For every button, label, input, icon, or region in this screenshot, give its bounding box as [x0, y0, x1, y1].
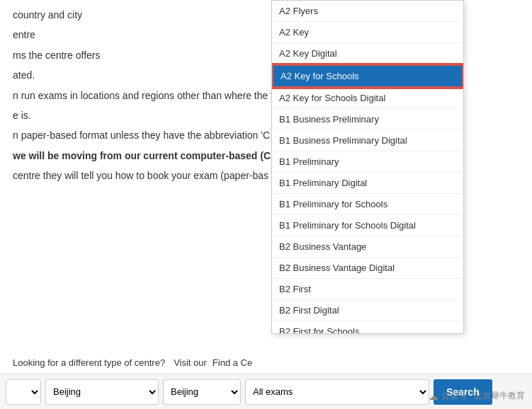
- bg-line8-prefix: centre they will tell you how to book yo…: [13, 170, 268, 181]
- dropdown-item[interactable]: A2 Key Digital: [272, 43, 463, 64]
- exam-dropdown[interactable]: A2 FlyersA2 KeyA2 Key DigitalA2 Key for …: [271, 0, 464, 334]
- bg-line5-prefix: n run exams in locations and regions oth…: [13, 90, 268, 101]
- country-select[interactable]: [6, 379, 41, 405]
- exam-dropdown-list[interactable]: A2 FlyersA2 KeyA2 Key DigitalA2 Key for …: [272, 1, 463, 333]
- bg-line7-bold: we will be moving from our current compu…: [13, 150, 271, 161]
- dropdown-item[interactable]: A2 Flyers: [272, 1, 463, 22]
- find-centre-text: Looking for a different type of centre?: [13, 357, 165, 368]
- page-wrapper: country and city entre ms the centre off…: [0, 0, 532, 409]
- city2-select[interactable]: Beijing: [163, 379, 241, 405]
- find-centre-prefix: Visit our: [174, 357, 207, 368]
- dropdown-item[interactable]: B1 Preliminary for Schools: [272, 194, 463, 215]
- dropdown-item[interactable]: A2 Key: [272, 22, 463, 43]
- wechat-icon: ☁: [429, 391, 438, 402]
- dropdown-item[interactable]: B2 Business Vantage Digital: [272, 258, 463, 279]
- dropdown-item[interactable]: A2 Key for Schools Digital: [272, 88, 463, 109]
- dropdown-item[interactable]: A2 Key for Schools: [272, 64, 463, 88]
- city1-select[interactable]: Beijing: [45, 379, 159, 405]
- dropdown-item[interactable]: B1 Preliminary: [272, 151, 463, 173]
- exams-select[interactable]: All exams A2 Flyers A2 Key A2 Key for Sc…: [245, 379, 429, 405]
- bottom-bar: Looking for a different type of centre? …: [0, 352, 532, 374]
- dropdown-item[interactable]: B1 Business Preliminary Digital: [272, 130, 463, 151]
- dropdown-item[interactable]: B1 Preliminary for Schools Digital: [272, 215, 463, 236]
- dropdown-item[interactable]: B1 Preliminary Digital: [272, 173, 463, 194]
- find-centre-link[interactable]: Find a Ce: [213, 357, 252, 368]
- dropdown-item[interactable]: B2 First: [272, 279, 463, 300]
- watermark: ☁ 公众号 · 北京犀牛教育: [429, 390, 525, 402]
- bg-line6-prefix: n paper-based format unless they have th…: [13, 129, 270, 141]
- dropdown-item[interactable]: B2 First Digital: [272, 300, 463, 321]
- dropdown-item[interactable]: B2 Business Vantage: [272, 236, 463, 258]
- watermark-text: 公众号 · 北京犀牛教育: [441, 390, 525, 402]
- dropdown-item[interactable]: B1 Business Preliminary: [272, 109, 463, 130]
- dropdown-item[interactable]: B2 First for Schools: [272, 321, 463, 333]
